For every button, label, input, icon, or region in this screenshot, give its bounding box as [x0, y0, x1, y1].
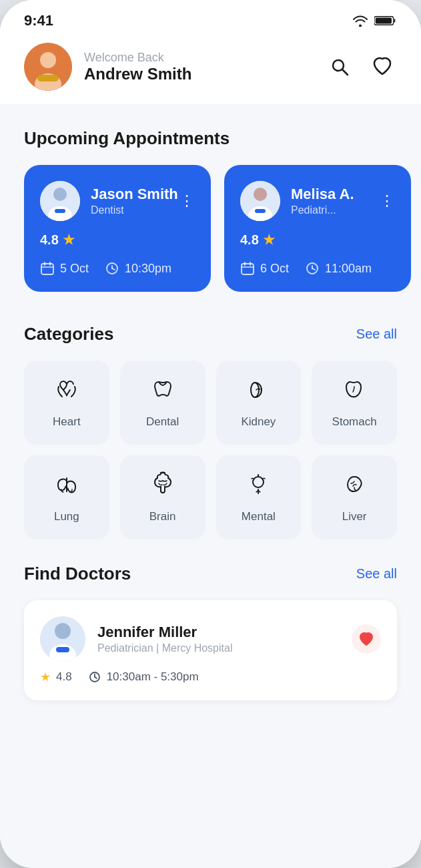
svg-point-20	[254, 188, 267, 201]
doctor-favorite-0[interactable]	[352, 624, 381, 654]
svg-point-30	[251, 383, 259, 397]
doc-specialty-0: Dentist	[91, 204, 178, 216]
appointments-scroll[interactable]: Jason Smith Dentist ⋮ 4.8 ★	[0, 165, 421, 300]
rating-star-0: ★	[40, 670, 51, 684]
svg-rect-12	[41, 264, 53, 274]
svg-rect-22	[255, 209, 266, 213]
doc-avatar-0	[40, 181, 80, 221]
dental-icon	[149, 377, 176, 409]
appt-date-0: 5 Oct	[40, 261, 89, 276]
heart-icon	[372, 56, 393, 77]
liver-icon	[341, 471, 368, 503]
appointments-header: Upcoming Appointments	[24, 128, 397, 149]
doc-name-0: Jason Smith	[91, 186, 178, 203]
category-label-dental: Dental	[146, 415, 179, 429]
phone-frame: 9:41	[0, 0, 421, 868]
kidney-icon	[245, 377, 272, 409]
svg-rect-23	[242, 264, 254, 274]
category-label-kidney: Kidney	[241, 415, 276, 429]
category-liver[interactable]: Liver	[312, 455, 397, 539]
categories-see-all[interactable]: See all	[356, 327, 397, 342]
doctor-avatar-0	[40, 616, 85, 662]
calendar-icon-1	[240, 261, 255, 276]
header-left: Welcome Back Andrew Smith	[24, 43, 191, 91]
svg-rect-11	[55, 209, 65, 213]
clock-icon-0	[105, 261, 119, 276]
categories-grid: Heart Dental	[24, 361, 397, 539]
find-doctors-header: Find Doctors See all	[24, 564, 397, 584]
header: Welcome Back Andrew Smith	[0, 35, 421, 104]
search-button[interactable]	[325, 52, 354, 81]
clock-icon-doctor-0	[88, 670, 101, 684]
lung-icon	[53, 471, 80, 503]
mental-icon	[245, 471, 272, 503]
star-icon-0: ★	[63, 232, 75, 248]
appointment-card-1[interactable]: Melisa A. Pediatri... ⋮ 4.8 ★	[224, 165, 411, 292]
svg-line-29	[312, 268, 315, 270]
appointments-title: Upcoming Appointments	[24, 128, 230, 149]
find-doctors-see-all[interactable]: See all	[356, 566, 397, 582]
star-icon-1: ★	[263, 232, 275, 248]
user-name: Andrew Smith	[84, 65, 191, 83]
svg-point-9	[53, 188, 67, 201]
appt-time-0: 10:30pm	[105, 261, 171, 276]
category-brain[interactable]: Brain	[120, 455, 205, 539]
status-time: 9:41	[24, 12, 53, 29]
doctor-name-0: Jennifer Miller	[97, 624, 232, 641]
screen: 9:41	[0, 0, 421, 868]
category-label-liver: Liver	[342, 510, 367, 523]
category-label-heart: Heart	[53, 415, 81, 429]
svg-rect-5	[37, 75, 59, 81]
more-button-1[interactable]: ⋮	[380, 192, 395, 210]
wifi-icon	[352, 15, 369, 27]
doctor-rating-0: ★ 4.8	[40, 670, 72, 684]
heart-organ-icon	[53, 377, 80, 409]
category-lung[interactable]: Lung	[24, 455, 109, 539]
category-label-brain: Brain	[149, 510, 176, 523]
appt-rating-1: 4.8 ★	[240, 232, 395, 248]
avatar-person-svg	[24, 43, 72, 91]
appt-time-1: 11:00am	[305, 261, 372, 276]
doc-specialty-1: Pediatri...	[291, 204, 354, 216]
category-kidney[interactable]: Kidney	[216, 361, 302, 445]
header-text: Welcome Back Andrew Smith	[84, 51, 191, 83]
doctor-card-0[interactable]: Jennifer Miller Pediatrician | Mercy Hos…	[24, 600, 397, 700]
svg-line-38	[95, 677, 97, 678]
category-heart[interactable]: Heart	[24, 361, 109, 445]
doc-name-1: Melisa A.	[291, 186, 354, 203]
stomach-icon	[341, 377, 368, 409]
appt-date-1: 6 Oct	[240, 261, 289, 276]
clock-icon-1	[305, 261, 320, 276]
favorite-button[interactable]	[368, 52, 397, 81]
categories-header: Categories See all	[24, 324, 397, 345]
doc-avatar-1	[240, 181, 280, 221]
svg-rect-1	[376, 18, 392, 24]
appt-rating-0: 4.8 ★	[40, 232, 195, 248]
battery-icon	[374, 15, 397, 27]
appointment-card-0[interactable]: Jason Smith Dentist ⋮ 4.8 ★	[24, 165, 211, 292]
find-doctors-title: Find Doctors	[24, 564, 131, 584]
svg-point-3	[40, 52, 56, 68]
doctor-hours-0: 10:30am - 5:30pm	[88, 670, 199, 684]
search-icon	[329, 56, 350, 77]
svg-line-18	[112, 268, 115, 270]
calendar-icon-0	[40, 261, 55, 276]
brain-icon	[149, 471, 176, 503]
category-dental[interactable]: Dental	[120, 361, 205, 445]
category-stomach[interactable]: Stomach	[312, 361, 397, 445]
more-button-0[interactable]: ⋮	[179, 192, 195, 210]
status-icons	[352, 15, 397, 27]
categories-title: Categories	[24, 324, 113, 345]
svg-point-33	[55, 623, 71, 639]
svg-line-7	[342, 69, 348, 75]
doctor-heart-icon-0	[358, 631, 374, 647]
doctor-specialty-0: Pediatrician | Mercy Hospital	[97, 642, 232, 654]
doctor-meta-0: ★ 4.8 10:30am - 5:30pm	[40, 670, 381, 684]
category-label-mental: Mental	[242, 510, 276, 523]
avatar	[24, 43, 72, 91]
category-label-lung: Lung	[54, 510, 79, 523]
welcome-text: Welcome Back	[84, 51, 191, 65]
header-actions	[325, 52, 397, 81]
category-mental[interactable]: Mental	[216, 455, 302, 539]
category-label-stomach: Stomach	[332, 415, 377, 429]
